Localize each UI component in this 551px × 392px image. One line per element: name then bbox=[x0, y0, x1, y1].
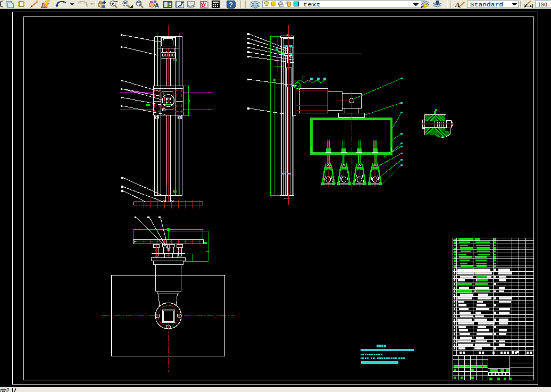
svg-text:text: text bbox=[303, 2, 321, 8]
svg-text:?: ? bbox=[229, 1, 233, 9]
svg-text:Standard: Standard bbox=[470, 2, 503, 8]
svg-text:A: A bbox=[155, 2, 159, 9]
svg-text:ISO-2: ISO-2 bbox=[538, 2, 551, 8]
svg-text:2: 2 bbox=[6, 388, 10, 392]
